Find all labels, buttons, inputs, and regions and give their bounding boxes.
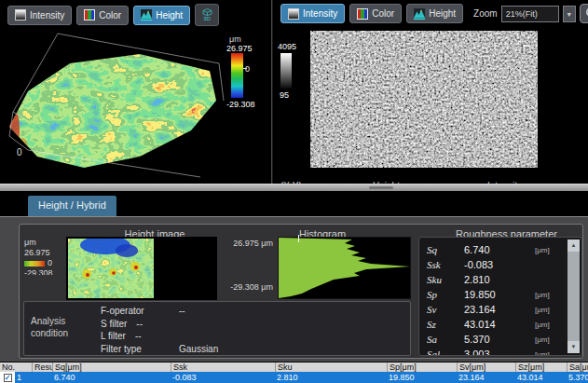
intensity-icon [288,8,299,20]
scale-unit: μm [24,238,53,248]
left-intensity-label: Intensity [30,10,64,21]
result-checkbox[interactable]: ✓ [4,374,12,382]
header-sv: Sv[μm] [457,362,515,372]
cell-sv: 23.164 [457,372,515,383]
scale-min: -29.308 [24,268,53,275]
panel-3d-view: Intensity Color Height 3D [0,0,271,184]
roughness-row: Sv 23.164 [μm] [427,302,563,317]
scale-max: 26.975 [24,248,53,258]
param-name: Sz [427,319,464,330]
roughness-row: Ssk -0.083 [427,257,563,272]
height-image-thumbnail[interactable] [68,239,154,298]
param-unit: [μm] [535,291,550,299]
results-table-header: No. Result Sq[μm] Ssk Sku Sp[μm] Sv[μm] … [0,362,588,372]
condition-name: Filter type [101,343,170,356]
roughness-row: Sp 19.850 [μm] [427,287,563,302]
left-intensity-button[interactable]: Intensity [7,6,72,25]
histogram-max-label: 26.975 μm [189,239,273,248]
header-sp: Sp[μm] [387,362,457,372]
roughness-row: Sq 6.740 [μm] [427,242,563,257]
roughness-scrollbar[interactable]: ▲ ▼ [567,239,580,353]
condition-row-filter-type: Filter typeGaussian [101,343,218,356]
header-sa: Sa[μm] [567,362,588,372]
colorbar-unit: μm [229,34,241,44]
header-result: Result [32,362,52,372]
right-height-button[interactable]: Height [406,4,463,23]
right-color-button[interactable]: Color [349,4,402,23]
roughness-parameter-box: Sq 6.740 [μm] Ssk -0.083 Sku 2.810 [418,237,582,356]
roughness-row: Sa 5.370 [μm] [427,332,563,347]
height-colorbar [231,53,243,98]
condition-row-f-operator: F-operator-- [101,305,218,318]
roughness-row: Sku 2.810 [427,272,563,287]
axis-origin-label: 0 [17,147,22,157]
cell-sq: 6.740 [52,372,171,383]
right-toolbar: Intensity Color Height Zoom 21%(Fit) ▼ [280,4,588,23]
tab-height-hybrid[interactable]: Height / Hybrid [28,196,116,216]
left-height-label: Height [156,10,183,21]
results-table: No. Result Sq[μm] Ssk Sku Sp[μm] Sv[μm] … [0,362,588,383]
param-unit: [μm] [535,246,550,254]
header-ssk: Ssk [171,362,275,372]
condition-rows: F-operator-- S filter-- L filter-- Filte… [101,305,218,355]
roughness-row: Sz 43.014 [μm] [427,317,563,332]
panel-intensity-view: Intensity Color Height Zoom 21%(Fit) ▼ [273,0,588,184]
analysis-panel: Height image Histogram Roughness paramet… [19,224,583,359]
right-color-label: Color [372,8,394,19]
left-height-button[interactable]: Height [133,6,190,25]
right-intensity-button[interactable]: Intensity [280,4,345,23]
3d-button-label: 3D [203,16,211,21]
zoom-dropdown-arrow-icon[interactable]: ▼ [563,6,576,22]
cell-result [32,372,52,383]
intensity-image[interactable] [310,31,538,168]
analysis-condition-box: Analysis condition F-operator-- S filter… [23,301,411,356]
condition-name: L filter [101,330,126,343]
param-name: Sv [427,304,464,315]
param-unit: [μm] [535,335,550,344]
roughness-row: Sal 3.003 [μm] [427,347,563,356]
3d-view-button[interactable]: 3D [195,4,219,26]
condition-value: -- [179,306,185,316]
condition-value: -- [136,319,143,329]
header-sku: Sku [275,362,387,372]
zoom-label: Zoom [473,8,498,19]
condition-row-l-filter: L filter-- [101,330,218,343]
magnifier-button[interactable] [580,4,588,23]
condition-name: S filter [101,318,127,331]
param-name: Sal [427,349,464,356]
analysis-section: Height image Histogram Roughness paramet… [0,216,588,362]
param-unit: [μm] [535,306,550,314]
cell-ssk: -0.083 [171,372,275,383]
param-name: Sp [427,289,464,300]
left-toolbar: Intensity Color Height 3D [7,4,219,26]
histogram-chart [279,238,410,298]
height-icon [141,9,152,21]
cell-sa: 5.370 [567,372,588,383]
left-color-button[interactable]: Color [76,6,129,25]
param-value: -0.083 [464,259,535,270]
mini-colorbar [24,261,45,267]
left-color-label: Color [99,10,121,21]
param-value: 2.810 [464,274,535,285]
zoom-select[interactable]: 21%(Fit) [501,6,559,22]
horizontal-splitter[interactable] [0,184,588,191]
header-sz: Sz[μm] [515,362,567,372]
condition-label-line2: condition [31,327,96,339]
color-icon [357,8,368,20]
param-value: 43.014 [464,319,535,330]
cell-sz: 43.014 [515,372,567,383]
histogram-box[interactable] [278,237,411,299]
scroll-down-icon[interactable]: ▼ [567,341,580,353]
param-name: Sku [427,274,464,285]
3d-cube-icon [202,8,212,16]
result-row-1[interactable]: ✓ 1 6.740 -0.083 2.810 19.850 23.164 43.… [0,372,588,383]
scroll-up-icon[interactable]: ▲ [567,239,580,252]
cell-sp: 19.850 [387,372,457,383]
param-unit: [μm] [535,321,550,329]
condition-value: Gaussian [179,344,218,354]
magnifier-icon [585,7,588,21]
condition-name: F-operator [101,305,170,318]
scale-mid: 0 [48,258,52,268]
colorbar-max: 26.975 [226,44,253,53]
zoom-control: Zoom 21%(Fit) ▼ [473,4,588,23]
